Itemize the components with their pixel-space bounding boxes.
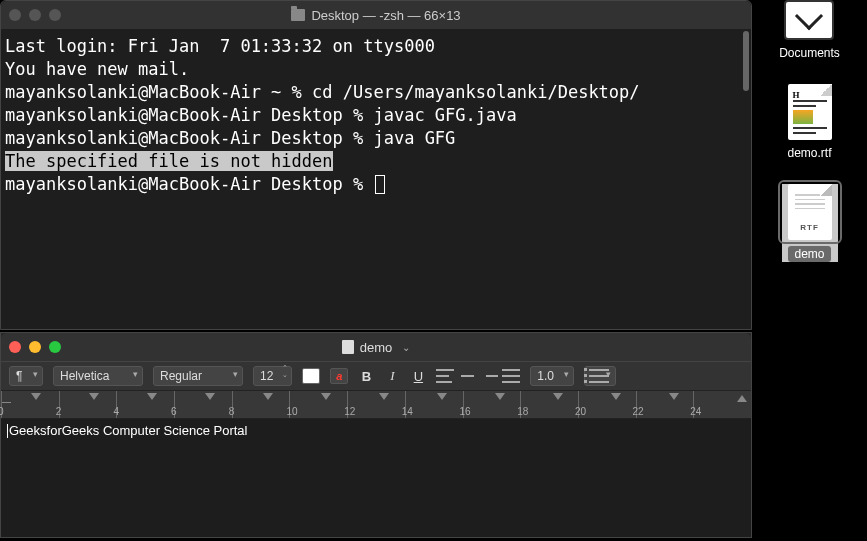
terminal-prompt[interactable]: mayanksolanki@MacBook-Air Desktop % <box>5 173 747 196</box>
tab-stop-marker[interactable] <box>669 393 679 400</box>
desktop-icon-demo-rtf[interactable]: Hdemo.rtf <box>782 84 838 160</box>
align-center-button[interactable] <box>458 369 476 383</box>
tab-stop-marker[interactable] <box>611 393 621 400</box>
ruler-tick: 6 <box>174 391 232 418</box>
terminal-cursor <box>375 175 385 194</box>
folder-icon <box>291 9 305 21</box>
ruler-tick: 20 <box>578 391 636 418</box>
ruler-tick: 14 <box>405 391 463 418</box>
ruler-tick: 2 <box>59 391 117 418</box>
list-icon <box>589 369 609 383</box>
traffic-lights <box>9 341 69 353</box>
tab-stop-marker[interactable] <box>495 393 505 400</box>
terminal-line: mayanksolanki@MacBook-Air ~ % cd /Users/… <box>5 81 747 104</box>
close-icon[interactable] <box>9 9 21 21</box>
terminal-line: Last login: Fri Jan 7 01:33:32 on ttys00… <box>5 35 747 58</box>
scrollbar[interactable] <box>743 31 749 91</box>
maximize-icon[interactable] <box>49 341 61 353</box>
chevron-down-icon[interactable]: ⌄ <box>402 342 410 353</box>
desktop-icon-label: Documents <box>779 46 840 60</box>
text-color-swatch[interactable] <box>302 368 320 384</box>
minimize-icon[interactable] <box>29 9 41 21</box>
tab-stop-marker[interactable] <box>263 393 273 400</box>
tab-stop-marker[interactable] <box>89 393 99 400</box>
tab-stop-marker[interactable] <box>553 393 563 400</box>
font-weight-select[interactable]: Regular <box>153 366 243 386</box>
terminal-titlebar[interactable]: Desktop — -zsh — 66×13 <box>1 1 751 29</box>
font-family-select[interactable]: Helvetica <box>53 366 143 386</box>
terminal-window: Desktop — -zsh — 66×13 Last login: Fri J… <box>0 0 752 330</box>
tab-stop-marker[interactable] <box>321 393 331 400</box>
tab-stop-marker[interactable] <box>31 393 41 400</box>
document-icon <box>342 340 354 354</box>
paragraph-style-select[interactable]: ¶ <box>9 366 43 386</box>
maximize-icon[interactable] <box>49 9 61 21</box>
list-style-select[interactable] <box>584 366 616 386</box>
right-indent-marker[interactable] <box>737 395 747 402</box>
ruler[interactable]: 024681012141618202224 <box>1 391 751 419</box>
minimize-icon[interactable] <box>29 341 41 353</box>
desktop-icon-label: demo <box>788 246 830 262</box>
icon-image: H <box>782 84 838 140</box>
ruler-tick: 18 <box>520 391 578 418</box>
bold-button[interactable]: B <box>358 369 374 384</box>
tab-stop-marker[interactable] <box>205 393 215 400</box>
close-icon[interactable] <box>9 341 21 353</box>
underline-button[interactable]: U <box>410 369 426 384</box>
align-left-button[interactable] <box>436 369 454 383</box>
terminal-line: mayanksolanki@MacBook-Air Desktop % java… <box>5 104 747 127</box>
ruler-tick: 4 <box>116 391 174 418</box>
textedit-title-text: demo <box>360 340 393 355</box>
desktop-icon-Documents[interactable]: Documents <box>779 0 840 60</box>
ruler-tick: 10 <box>289 391 347 418</box>
terminal-line: mayanksolanki@MacBook-Air Desktop % java… <box>5 127 747 150</box>
textedit-body[interactable]: GeeksforGeeks Computer Science Portal <box>1 419 751 537</box>
textedit-titlebar[interactable]: demo ⌄ <box>1 333 751 361</box>
textedit-title: demo ⌄ <box>69 340 683 355</box>
terminal-line: The specified file is not hidden <box>5 150 747 173</box>
icon-image <box>781 0 837 40</box>
text-color-button[interactable]: a <box>330 368 348 384</box>
text-cursor <box>7 424 8 438</box>
align-right-button[interactable] <box>480 369 498 383</box>
document-content: GeeksforGeeks Computer Science Portal <box>9 423 247 438</box>
ruler-tick: 8 <box>232 391 290 418</box>
italic-button[interactable]: I <box>384 368 400 384</box>
ruler-tick: 12 <box>347 391 405 418</box>
desktop-icon-demo[interactable]: RTFdemo <box>782 184 838 262</box>
tab-stop-marker[interactable] <box>147 393 157 400</box>
ruler-tick: 0 <box>1 391 59 418</box>
icon-image: RTF <box>782 184 838 240</box>
desktop-icon-label: demo.rtf <box>787 146 831 160</box>
alignment-group <box>436 369 520 383</box>
tab-stop-marker[interactable] <box>379 393 389 400</box>
terminal-title-text: Desktop — -zsh — 66×13 <box>311 8 460 23</box>
align-justify-button[interactable] <box>502 369 520 383</box>
line-spacing-select[interactable]: 1.0 <box>530 366 574 386</box>
terminal-body[interactable]: Last login: Fri Jan 7 01:33:32 on ttys00… <box>1 29 751 202</box>
textedit-window: demo ⌄ ¶ Helvetica Regular 12 a B I U 1.… <box>0 332 752 538</box>
terminal-title: Desktop — -zsh — 66×13 <box>69 8 683 23</box>
ruler-tick: 16 <box>463 391 521 418</box>
desktop-area[interactable]: DocumentsHdemo.rtfRTFdemo <box>752 0 867 541</box>
textedit-toolbar: ¶ Helvetica Regular 12 a B I U 1.0 <box>1 361 751 391</box>
terminal-line: You have new mail. <box>5 58 747 81</box>
ruler-tick: 22 <box>636 391 694 418</box>
tab-stop-marker[interactable] <box>437 393 447 400</box>
font-size-stepper[interactable]: 12 <box>253 366 292 386</box>
traffic-lights <box>9 9 69 21</box>
